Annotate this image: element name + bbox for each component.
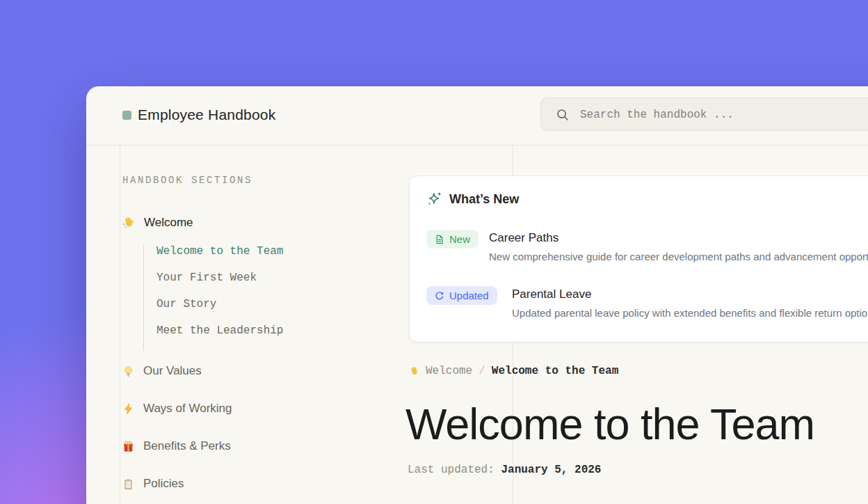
sidebar-item-our-values[interactable]: Our Values — [122, 364, 202, 378]
breadcrumb-separator: / — [479, 365, 485, 377]
sidebar-item-policies[interactable]: Policies — [122, 477, 184, 491]
search-input[interactable] — [579, 98, 868, 132]
sparkle-icon — [426, 191, 442, 207]
sidebar-item-ways-of-working[interactable]: Ways of Working — [122, 402, 232, 416]
sidebar-item-benefits-perks[interactable]: Benefits & Perks — [122, 439, 231, 453]
app-logo — [122, 111, 131, 120]
updated-badge-label: Updated — [449, 290, 489, 301]
news-item-career-paths[interactable]: Career Paths New comprehensive guide for… — [489, 231, 868, 262]
breadcrumb: Welcome / Welcome to the Team — [409, 365, 618, 377]
gift-icon — [122, 441, 134, 452]
document-icon — [435, 235, 444, 244]
sub-item-meet-the-leadership[interactable]: Meet the Leadership — [156, 324, 283, 337]
wave-icon — [409, 366, 419, 377]
sidebar-item-welcome[interactable]: Welcome — [122, 216, 193, 230]
last-updated: Last updated: January 5, 2026 — [408, 464, 601, 476]
news-item-title: Career Paths — [489, 231, 868, 245]
welcome-sub-list: Welcome to the Team Your First Week Our … — [143, 245, 283, 351]
sub-item-our-story[interactable]: Our Story — [156, 298, 283, 310]
lightbulb-icon — [122, 365, 134, 377]
sidebar-section-label: HANDBOOK SECTIONS — [122, 175, 252, 186]
clipboard-icon — [122, 478, 134, 490]
whats-new-title: What’s New — [449, 192, 519, 207]
lightning-icon — [122, 403, 134, 415]
sidebar-item-label: Benefits & Perks — [143, 439, 231, 453]
sidebar-item-label: Our Values — [143, 364, 202, 378]
new-badge: New — [426, 230, 479, 249]
sidebar-item-label: Welcome — [144, 216, 193, 230]
wave-icon — [122, 216, 135, 229]
news-item-description: New comprehensive guide for career devel… — [489, 251, 868, 262]
last-updated-value: January 5, 2026 — [501, 464, 601, 476]
sidebar-item-label: Policies — [143, 477, 184, 491]
whats-new-header: What’s New — [426, 191, 519, 207]
sidebar-left-rule — [120, 145, 120, 504]
updated-badge: Updated — [426, 286, 497, 305]
refresh-icon — [435, 291, 444, 301]
sub-item-your-first-week[interactable]: Your First Week — [156, 271, 283, 284]
handbook-window: Employee Handbook HANDBOOK SECTIONS Welc… — [86, 86, 868, 504]
sidebar-item-label: Ways of Working — [143, 402, 232, 416]
search-icon — [556, 108, 570, 122]
app-header: Employee Handbook — [86, 86, 868, 145]
news-item-description: Updated parental leave policy with exten… — [512, 307, 868, 319]
breadcrumb-section[interactable]: Welcome — [426, 365, 472, 377]
last-updated-label: Last updated: — [408, 464, 495, 476]
news-item-parental-leave[interactable]: Parental Leave Updated parental leave po… — [512, 288, 868, 319]
search-bar[interactable] — [540, 97, 868, 131]
new-badge-label: New — [449, 233, 470, 245]
app-title: Employee Handbook — [138, 107, 275, 123]
page-title: Welcome to the Team — [405, 401, 814, 447]
breadcrumb-current: Welcome to the Team — [492, 365, 618, 377]
sub-item-welcome-to-the-team[interactable]: Welcome to the Team — [156, 245, 283, 258]
whats-new-card: What’s New New Career Paths New comprehe… — [409, 175, 868, 342]
news-item-title: Parental Leave — [512, 288, 868, 301]
